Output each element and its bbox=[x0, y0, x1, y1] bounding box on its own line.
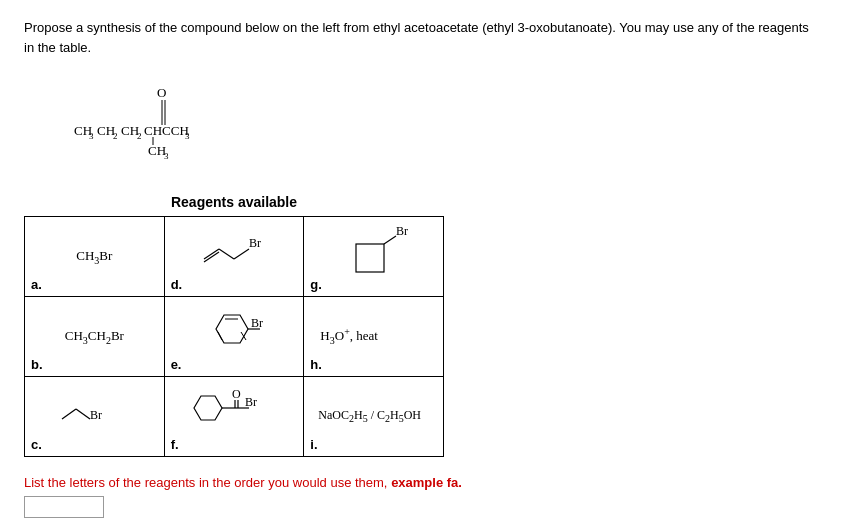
svg-text:2: 2 bbox=[113, 131, 118, 141]
cell-i: NaOC2H5 / C2H5OH i. bbox=[304, 376, 444, 456]
label-d: d. bbox=[171, 277, 183, 292]
label-f: f. bbox=[171, 437, 179, 452]
answer-section: List the letters of the reagents in the … bbox=[24, 475, 819, 518]
cell-b: CH3CH2Br b. bbox=[25, 296, 165, 376]
cell-d: Br d. bbox=[164, 216, 304, 296]
label-b: b. bbox=[31, 357, 43, 372]
label-a: a. bbox=[31, 277, 42, 292]
label-e: e. bbox=[171, 357, 182, 372]
cell-c: Br c. bbox=[25, 376, 165, 456]
reagent-g-svg: Br bbox=[334, 226, 414, 286]
svg-text:3: 3 bbox=[164, 151, 169, 161]
svg-line-15 bbox=[219, 249, 234, 259]
svg-line-25 bbox=[218, 332, 222, 340]
label-c: c. bbox=[31, 437, 42, 452]
reagents-title: Reagents available bbox=[24, 188, 444, 216]
cell-f: O Br f. bbox=[164, 376, 304, 456]
reagent-d-svg: Br bbox=[194, 229, 274, 284]
svg-text:Br: Br bbox=[245, 395, 257, 409]
svg-text:Br: Br bbox=[396, 226, 408, 238]
target-compound: CH 3 CH 2 CH 2 CHCCH 3 O CH 3 bbox=[64, 73, 819, 170]
instruction-text: Propose a synthesis of the compound belo… bbox=[24, 18, 819, 57]
svg-text:3: 3 bbox=[89, 131, 94, 141]
reagent-e-svg: Br bbox=[194, 305, 274, 367]
answer-input[interactable] bbox=[24, 496, 104, 518]
svg-line-17 bbox=[234, 249, 249, 259]
cell-a: CH3Br a. bbox=[25, 216, 165, 296]
svg-line-29 bbox=[76, 409, 90, 419]
svg-text:2: 2 bbox=[137, 131, 142, 141]
label-g: g. bbox=[310, 277, 322, 292]
cell-g: Br g. bbox=[304, 216, 444, 296]
answer-instruction: List the letters of the reagents in the … bbox=[24, 475, 819, 490]
svg-line-28 bbox=[62, 409, 76, 419]
label-h: h. bbox=[310, 357, 322, 372]
reagent-h-name: H3O+, heat bbox=[320, 326, 378, 346]
svg-rect-19 bbox=[356, 244, 384, 272]
svg-line-20 bbox=[384, 236, 396, 244]
target-compound-svg: CH 3 CH 2 CH 2 CHCCH 3 O CH 3 bbox=[64, 73, 224, 163]
cell-h: H3O+, heat h. bbox=[304, 296, 444, 376]
svg-text:CHCCH: CHCCH bbox=[144, 123, 189, 138]
svg-text:Br: Br bbox=[90, 408, 102, 422]
reagent-i-name: NaOC2H5 / C2H5OH bbox=[318, 408, 421, 424]
svg-text:3: 3 bbox=[185, 131, 190, 141]
reagent-a-name: CH3Br bbox=[76, 248, 112, 266]
label-i: i. bbox=[310, 437, 317, 452]
svg-text:O: O bbox=[232, 387, 241, 401]
cell-e: Br e. bbox=[164, 296, 304, 376]
reagent-f-svg: O Br bbox=[189, 384, 279, 449]
svg-text:O: O bbox=[157, 85, 166, 100]
svg-text:Br: Br bbox=[251, 316, 263, 330]
reagent-c-svg: Br bbox=[54, 389, 134, 444]
svg-text:Br: Br bbox=[249, 236, 261, 250]
reagents-table: Reagents available CH3Br a. bbox=[24, 188, 444, 457]
reagent-b-name: CH3CH2Br bbox=[65, 328, 124, 346]
svg-marker-31 bbox=[194, 396, 222, 420]
